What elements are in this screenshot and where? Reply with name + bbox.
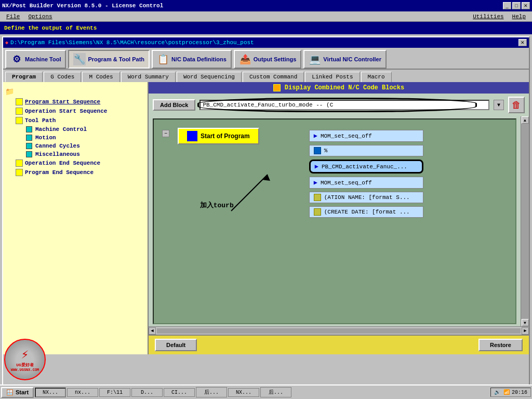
- taskbar-item-2[interactable]: F:\11: [99, 388, 130, 397]
- cmd-text-2: PB_CMD_activate_Fanuc_...: [322, 164, 407, 170]
- tab-word-sequencing[interactable]: Word Sequencing: [177, 72, 242, 82]
- hscroll-left[interactable]: ◀: [149, 327, 156, 335]
- tab-linked-posts[interactable]: Linked Posts: [305, 72, 360, 82]
- cmd-item-1[interactable]: %: [309, 145, 423, 156]
- taskbar-item-0[interactable]: NX...: [35, 388, 66, 397]
- hscroll-right[interactable]: ▶: [522, 327, 529, 335]
- cmd-text-1: %: [324, 148, 328, 154]
- tree-label-program-start: Program Start Sequence: [25, 99, 100, 105]
- cmd-item-0[interactable]: ▶ MOM_set_seq_off: [309, 130, 423, 142]
- tree-label-misc: Miscellaneous: [35, 151, 80, 157]
- tree-icon-misc: [26, 151, 32, 157]
- ug-logo-text2: WWW.UGSNX.COM: [11, 368, 39, 372]
- tree-icon-program-start: [16, 98, 23, 105]
- close-button[interactable]: ✕: [522, 2, 530, 9]
- default-button[interactable]: Default: [155, 339, 197, 351]
- virtual-nc-button[interactable]: 💻 Virtual N/C Controller: [303, 50, 387, 69]
- scroll-track: [521, 124, 529, 319]
- tree-panel: 📁 Program Start Sequence Operation Start…: [3, 82, 149, 354]
- taskbar-item-1[interactable]: nx...: [67, 388, 98, 397]
- tree-item-motion[interactable]: Motion: [26, 134, 145, 142]
- tab-gcodes[interactable]: G Codes: [44, 72, 81, 82]
- combined-header-text: Display Combined N/C Code Blocks: [285, 84, 404, 91]
- machine-tool-label: Machine Tool: [25, 56, 61, 62]
- menu-file[interactable]: File: [2, 13, 24, 20]
- toolbar: ⚙ Machine Tool 🔧 Program & Tool Path 📋 N…: [3, 48, 529, 70]
- ug-logo-figure: ⚡: [21, 347, 29, 362]
- inner-window: ◆ D:\Program Files\Siemens\NX 8.5\MACH\r…: [2, 36, 530, 394]
- taskbar-item-6[interactable]: NX...: [228, 388, 259, 397]
- arrow-annotation: [221, 159, 283, 223]
- inner-close-button[interactable]: ✕: [518, 39, 527, 46]
- add-block-button[interactable]: Add Block: [153, 99, 195, 111]
- cmd-arrow-2: ▶: [315, 163, 318, 170]
- canvas-area[interactable]: − Start of Program ▶: [153, 118, 516, 324]
- tab-macro[interactable]: Macro: [361, 72, 392, 82]
- tab-mcodes[interactable]: M Codes: [82, 72, 119, 82]
- minimize-button[interactable]: _: [503, 2, 511, 9]
- menu-bar: File Options Utilities Help: [0, 11, 532, 22]
- restore-button[interactable]: Restore: [478, 339, 523, 351]
- taskbar-item-3[interactable]: D...: [131, 388, 163, 397]
- horizontal-scrollbar[interactable]: ◀ ▶: [149, 326, 529, 335]
- tree-item-program-start[interactable]: Program Start Sequence: [16, 97, 145, 107]
- maximize-button[interactable]: □: [512, 2, 521, 9]
- tree-icon-op-end: [16, 159, 23, 167]
- nc-data-button[interactable]: 📋 N/C Data Definitions: [152, 50, 232, 69]
- delete-button[interactable]: 🗑: [508, 97, 525, 113]
- program-tool-path-icon: 🔧: [73, 53, 86, 65]
- inner-title-bar: ◆ D:\Program Files\Siemens\NX 8.5\MACH\r…: [3, 37, 529, 48]
- cmd-item-5[interactable]: (CREATE DATE: [format ...: [309, 206, 423, 218]
- menu-utilities[interactable]: Utilities: [469, 13, 508, 20]
- scroll-up-btn[interactable]: ▲: [522, 116, 529, 124]
- taskbar-item-4[interactable]: CI...: [164, 388, 195, 397]
- tree-tool-path-children: Machine Control Motion Canned Cycles: [26, 125, 145, 158]
- tree-items: Program Start Sequence Operation Start S…: [16, 97, 145, 177]
- program-start-button[interactable]: Start of Program: [178, 128, 259, 144]
- cmd-text-5: (CREATE DATE: [format ...: [324, 209, 410, 215]
- inner-window-content: ⚙ Machine Tool 🔧 Program & Tool Path 📋 N…: [3, 48, 529, 393]
- svg-marker-1: [262, 175, 270, 181]
- menu-options[interactable]: Options: [24, 13, 56, 20]
- taskbar: 🪟 Start NX... nx... F:\11 D... CI... 后..…: [0, 384, 532, 399]
- delete-icon: 🗑: [512, 100, 521, 111]
- tree-item-machine-control[interactable]: Machine Control: [26, 125, 145, 134]
- tree-item-prog-end[interactable]: Program End Sequence: [16, 168, 145, 177]
- ps-icon: [187, 131, 197, 141]
- taskbar-item-5[interactable]: 后...: [196, 387, 227, 397]
- scroll-down-arrow[interactable]: ▼: [494, 100, 504, 110]
- annotation-text: 加入tourb: [200, 201, 234, 210]
- start-button[interactable]: 🪟 Start: [1, 387, 34, 398]
- bottom-bar: Default Restore: [149, 335, 529, 354]
- scroll-down-btn[interactable]: ▼: [522, 319, 529, 326]
- tree-item-op-start[interactable]: Operation Start Sequence: [16, 107, 145, 116]
- vertical-scrollbar[interactable]: ▲ ▼: [521, 116, 529, 326]
- program-tool-path-button[interactable]: 🔧 Program & Tool Path: [68, 50, 150, 69]
- tree-label-tool-path: Tool Path: [25, 117, 56, 124]
- cmd-input[interactable]: [200, 100, 489, 110]
- tab-program[interactable]: Program: [5, 72, 43, 82]
- cmd-item-4[interactable]: (ATION NAME: [format S...: [309, 192, 423, 203]
- machine-tool-icon: ⚙: [10, 53, 23, 65]
- block-expand-btn[interactable]: −: [162, 130, 169, 137]
- info-bar: Define the output of Events: [0, 22, 532, 34]
- cmd-item-2[interactable]: ▶ PB_CMD_activate_Fanuc_...: [309, 159, 423, 174]
- tree-item-tool-path[interactable]: Tool Path: [16, 116, 145, 125]
- menu-help[interactable]: Help: [508, 13, 530, 20]
- tab-word-summary[interactable]: Word Summary: [121, 72, 176, 82]
- taskbar-item-7[interactable]: 后...: [260, 387, 291, 397]
- cmd-text-3: MOM_set_seq_off: [321, 180, 372, 186]
- tree-item-misc[interactable]: Miscellaneous: [26, 150, 145, 158]
- output-settings-button[interactable]: 📤 Output Settings: [234, 50, 302, 69]
- tree-icon-canned-cycles: [26, 143, 32, 149]
- tab-custom-command[interactable]: Custom Command: [243, 72, 304, 82]
- machine-tool-button[interactable]: ⚙ Machine Tool: [5, 50, 66, 69]
- cmd-arrow-0: ▶: [314, 132, 317, 140]
- cmd-item-3[interactable]: ▶ MOM_set_seq_off: [309, 177, 423, 189]
- program-start-label: Start of Program: [201, 132, 250, 140]
- tree-item-op-end[interactable]: Operation End Sequence: [16, 158, 145, 168]
- command-list: ▶ MOM_set_seq_off % ▶ P: [309, 130, 423, 218]
- tree-label-op-end: Operation End Sequence: [25, 160, 100, 166]
- cmd-text-0: MOM_set_seq_off: [321, 133, 372, 139]
- tree-item-canned-cycles[interactable]: Canned Cycles: [26, 142, 145, 150]
